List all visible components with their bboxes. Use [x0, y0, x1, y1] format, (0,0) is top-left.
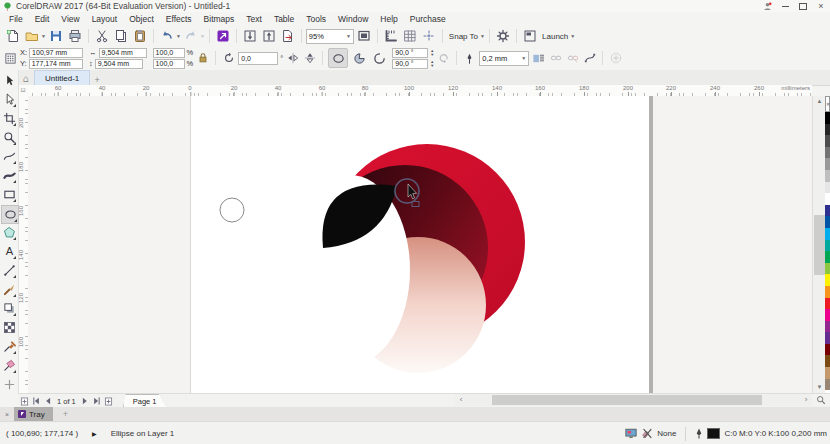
publish-pdf-icon[interactable]: [279, 27, 297, 45]
color-swatch[interactable]: [825, 182, 830, 194]
tray-add-icon[interactable]: +: [63, 409, 68, 419]
rectangle-tool[interactable]: [1, 186, 17, 203]
color-swatch[interactable]: [825, 298, 830, 310]
color-swatch[interactable]: [825, 286, 830, 298]
color-swatch[interactable]: [825, 321, 830, 333]
color-swatch[interactable]: [825, 124, 830, 136]
scale-x-field[interactable]: 100,0: [153, 48, 185, 58]
snap-to-button[interactable]: Snap To: [449, 32, 478, 41]
show-guidelines-icon[interactable]: [420, 27, 438, 45]
ellipse-tool[interactable]: [1, 205, 19, 224]
menu-item-purchase[interactable]: Purchase: [404, 13, 452, 25]
new-document-icon[interactable]: [4, 27, 22, 45]
minimize-button[interactable]: [776, 1, 794, 11]
connector-tool[interactable]: [1, 281, 17, 298]
color-swatch[interactable]: [825, 170, 830, 182]
launch-dropdown-icon[interactable]: ▼: [570, 33, 575, 39]
drawing-canvas[interactable]: [28, 96, 812, 393]
object-height-field[interactable]: 9,504 mm: [95, 59, 143, 69]
details-arrow-icon[interactable]: ▶: [92, 430, 97, 437]
menu-item-table[interactable]: Table: [268, 13, 300, 25]
vertical-scrollbar-thumb[interactable]: [814, 215, 825, 275]
menu-item-object[interactable]: Object: [123, 13, 160, 25]
dimension-tool[interactable]: [1, 262, 17, 279]
zoom-level-combobox[interactable]: 95%▼: [306, 29, 354, 44]
undo-dropdown-icon[interactable]: ▼: [176, 33, 181, 39]
mirror-vertical-icon[interactable]: [302, 50, 317, 66]
color-swatch[interactable]: [825, 379, 830, 391]
scroll-right-icon[interactable]: ›: [800, 394, 812, 406]
menu-item-file[interactable]: File: [3, 13, 29, 25]
copy-icon[interactable]: [112, 27, 130, 45]
horizontal-scrollbar-thumb[interactable]: [492, 395, 762, 405]
page-1-tab[interactable]: Page 1: [123, 394, 167, 408]
artistic-media-tool[interactable]: [1, 167, 17, 184]
options-gear-icon[interactable]: [494, 27, 512, 45]
color-palette[interactable]: ✕: [825, 96, 830, 393]
no-color-swatch[interactable]: ✕: [825, 96, 830, 112]
menu-item-bitmaps[interactable]: Bitmaps: [198, 13, 241, 25]
paste-icon[interactable]: [131, 27, 149, 45]
ellipse-mode-button[interactable]: [328, 48, 348, 68]
drop-shadow-tool[interactable]: [1, 300, 17, 317]
interactive-fill-tool[interactable]: [1, 357, 17, 374]
open-dropdown-icon[interactable]: ▼: [41, 33, 46, 39]
y-position-field[interactable]: 177,174 mm: [29, 59, 83, 69]
undo-icon[interactable]: [158, 27, 176, 45]
home-icon[interactable]: ⌂: [18, 71, 34, 85]
lock-ratio-icon[interactable]: [195, 50, 210, 66]
color-swatch[interactable]: [825, 355, 830, 367]
crop-tool[interactable]: [1, 110, 17, 127]
new-document-tab-button[interactable]: +: [90, 75, 104, 85]
color-swatch[interactable]: [825, 193, 830, 205]
tray-close-icon[interactable]: ×: [0, 411, 14, 418]
import-icon[interactable]: [241, 27, 259, 45]
outline-color-swatch[interactable]: [707, 428, 720, 439]
show-rulers-icon[interactable]: [382, 27, 400, 45]
arc-start-spinner[interactable]: ▲▼: [430, 49, 434, 57]
show-grid-icon[interactable]: [401, 27, 419, 45]
outline-pen-status-icon[interactable]: [695, 428, 703, 439]
redo-icon[interactable]: [182, 27, 200, 45]
restore-button[interactable]: [794, 1, 812, 11]
arc-mode-button[interactable]: [370, 49, 388, 67]
rotation-angle-field[interactable]: 0,0: [238, 52, 278, 65]
x-position-field[interactable]: 100,97 mm: [29, 48, 83, 58]
close-button[interactable]: ×: [812, 1, 830, 11]
color-swatch[interactable]: [825, 332, 830, 344]
scale-y-field[interactable]: 100,0: [153, 59, 185, 69]
arc-start-angle-field[interactable]: 90,0 °: [392, 48, 428, 58]
color-swatch[interactable]: [825, 205, 830, 217]
menu-item-layout[interactable]: Layout: [86, 13, 124, 25]
full-screen-preview-icon[interactable]: [355, 27, 373, 45]
cut-icon[interactable]: [93, 27, 111, 45]
polygon-tool[interactable]: [1, 224, 17, 241]
print-icon[interactable]: [66, 27, 84, 45]
menu-item-tools[interactable]: Tools: [300, 13, 332, 25]
menu-item-text[interactable]: Text: [240, 13, 268, 25]
redo-dropdown-icon[interactable]: ▼: [200, 33, 205, 39]
export-icon[interactable]: [260, 27, 278, 45]
horizontal-scrollbar[interactable]: ‹ ›: [455, 394, 812, 406]
mirror-horizontal-icon[interactable]: [285, 50, 300, 66]
color-swatch[interactable]: [825, 344, 830, 356]
account-icon[interactable]: [758, 1, 776, 11]
add-page-before-icon[interactable]: [18, 395, 30, 407]
menu-item-help[interactable]: Help: [374, 13, 403, 25]
zoom-tool[interactable]: [1, 129, 17, 146]
object-width-field[interactable]: 9,504 mm: [99, 48, 147, 58]
document-tab-untitled-1[interactable]: Untitled-1: [34, 70, 90, 85]
color-swatch[interactable]: [825, 135, 830, 147]
color-swatch[interactable]: [825, 216, 830, 228]
open-icon[interactable]: [23, 27, 41, 45]
launch-button[interactable]: Launch: [542, 32, 568, 41]
color-swatch[interactable]: [825, 309, 830, 321]
color-swatch[interactable]: [825, 158, 830, 170]
menu-item-effects[interactable]: Effects: [160, 13, 198, 25]
color-settings-icon[interactable]: [625, 428, 637, 439]
vertical-scrollbar[interactable]: ▲ ▼: [812, 96, 826, 393]
menu-item-view[interactable]: View: [55, 13, 85, 25]
fill-color-icon[interactable]: [641, 428, 653, 439]
next-page-icon[interactable]: [79, 395, 91, 407]
arc-end-spinner[interactable]: ▲▼: [430, 60, 434, 68]
